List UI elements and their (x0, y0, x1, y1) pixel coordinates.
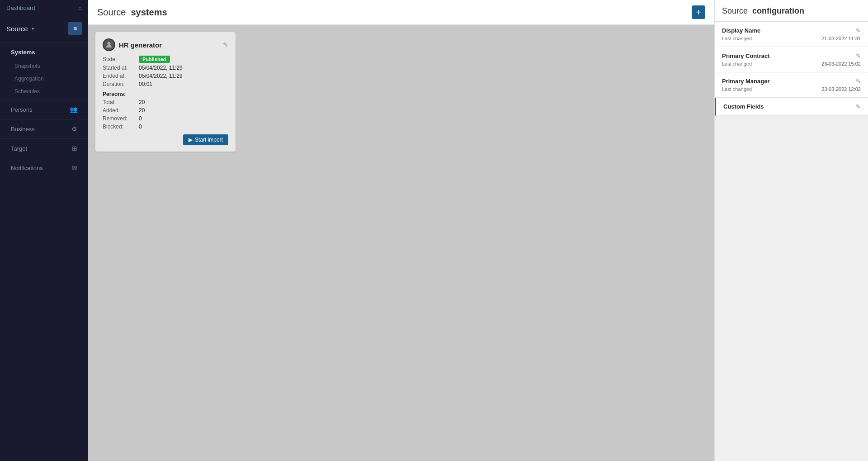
started-at-value: 05/04/2022, 11:29 (139, 65, 183, 71)
right-title-prefix: Source (722, 6, 748, 15)
primary-contract-last-changed: Last changed 23-03-2022 15:02 (722, 61, 861, 67)
primary-manager-title: Primary Manager (722, 78, 770, 85)
sidebar-divider (0, 43, 88, 43)
started-at-label: Started at: (103, 65, 139, 71)
sidebar-subitem-schedules[interactable]: Schedules (0, 85, 88, 98)
business-label: Business (11, 126, 35, 133)
card-added-row: Added: 20 (103, 107, 228, 114)
added-value: 20 (139, 107, 145, 114)
card-title: HR generator (119, 41, 162, 49)
snapshots-label: Snapshots (14, 63, 40, 69)
card-edit-icon[interactable]: ✎ (223, 41, 228, 48)
target-label: Target (11, 145, 27, 152)
sidebar-item-systems[interactable]: Systems (0, 45, 88, 60)
system-card: HR generator ✎ State: Published Started … (95, 32, 236, 152)
card-header: HR generator ✎ (103, 38, 228, 51)
business-icon: ⚙ (71, 125, 77, 133)
svg-point-0 (108, 42, 111, 45)
page-title: Source systems (97, 7, 167, 18)
sidebar-dashboard-item[interactable]: Dashboard ⌂ (0, 0, 88, 16)
ended-at-value: 05/04/2022, 11:29 (139, 73, 183, 79)
status-badge: Published (139, 56, 170, 63)
card-state-row: State: Published (103, 56, 228, 63)
main-content: Source systems + HR generator ✎ (88, 0, 714, 461)
card-ended-row: Ended at: 05/04/2022, 11:29 (103, 73, 228, 79)
config-section-primary-contract: Primary Contract ✎ Last changed 23-03-20… (715, 47, 868, 72)
duration-label: Duration: (103, 81, 139, 87)
display-name-title: Display Name (722, 27, 760, 34)
display-name-edit-icon[interactable]: ✎ (856, 27, 861, 34)
sidebar-divider-3 (0, 119, 88, 119)
custom-fields-edit-icon[interactable]: ✎ (856, 103, 861, 110)
card-duration-row: Duration: 00:01 (103, 81, 228, 87)
source-icon-button[interactable]: ≡ (68, 22, 82, 35)
schedules-label: Schedules (14, 88, 40, 95)
sidebar-item-business[interactable]: Business ⚙ (0, 121, 88, 137)
source-text: Source (6, 25, 28, 33)
display-name-last-changed-label: Last changed (722, 36, 752, 41)
config-section-custom-fields: Custom Fields ✎ (715, 98, 868, 116)
state-label: State: (103, 56, 139, 62)
right-panel: Source configuration Display Name ✎ Last… (714, 0, 868, 461)
config-section-display-name-header: Display Name ✎ (722, 27, 861, 34)
chevron-down-icon: ▾ (32, 26, 34, 32)
notifications-icon: ✉ (72, 164, 77, 171)
card-blocked-row: Blocked: 0 (103, 124, 228, 130)
dashboard-label: Dashboard (6, 5, 35, 11)
persons-header: Persons: (103, 91, 228, 97)
primary-contract-last-changed-value: 23-03-2022 15:02 (821, 61, 861, 67)
blocked-value: 0 (139, 124, 142, 130)
custom-fields-title: Custom Fields (723, 103, 764, 110)
display-name-last-changed: Last changed 21-03-2022 11:31 (722, 36, 861, 41)
primary-manager-edit-icon[interactable]: ✎ (856, 78, 861, 85)
sidebar-source-label[interactable]: Source ▾ (6, 25, 34, 33)
card-removed-row: Removed: 0 (103, 115, 228, 122)
avatar (103, 38, 115, 51)
sidebar: Dashboard ⌂ Source ▾ ≡ Systems Snapshots… (0, 0, 88, 461)
primary-manager-last-changed-label: Last changed (722, 86, 752, 92)
primary-contract-title: Primary Contract (722, 52, 769, 59)
right-panel-title: Source configuration (722, 6, 861, 16)
card-total-row: Total: 20 (103, 99, 228, 105)
right-panel-header: Source configuration (715, 0, 868, 22)
sidebar-subitem-aggregation[interactable]: Aggregation (0, 72, 88, 85)
config-section-primary-manager: Primary Manager ✎ Last changed 23-03-202… (715, 72, 868, 98)
card-started-row: Started at: 05/04/2022, 11:29 (103, 65, 228, 71)
sidebar-item-notifications[interactable]: Notifications ✉ (0, 160, 88, 176)
config-section-custom-fields-header: Custom Fields ✎ (723, 103, 861, 110)
config-section-primary-manager-header: Primary Manager ✎ (722, 78, 861, 85)
sidebar-subitem-snapshots[interactable]: Snapshots (0, 60, 88, 72)
aggregation-label: Aggregation (14, 76, 44, 82)
home-icon: ⌂ (78, 5, 82, 11)
right-title-bold: configuration (752, 6, 804, 15)
title-prefix: Source (97, 7, 126, 17)
blocked-label: Blocked: (103, 124, 139, 130)
list-icon: ≡ (73, 25, 77, 32)
sidebar-divider-2 (0, 100, 88, 100)
card-title-row: HR generator (103, 38, 162, 51)
duration-value: 00:01 (139, 81, 152, 87)
start-import-button[interactable]: ▶ Start import (183, 134, 228, 145)
total-value: 20 (139, 99, 145, 105)
primary-contract-edit-icon[interactable]: ✎ (856, 52, 861, 59)
systems-area: HR generator ✎ State: Published Started … (88, 25, 714, 461)
config-section-display-name: Display Name ✎ Last changed 21-03-2022 1… (715, 22, 868, 47)
systems-label: Systems (11, 49, 35, 56)
primary-manager-last-changed-value: 23-03-2022 12:02 (821, 86, 861, 92)
removed-label: Removed: (103, 115, 139, 122)
primary-contract-last-changed-label: Last changed (722, 61, 752, 67)
primary-manager-last-changed: Last changed 23-03-2022 12:02 (722, 86, 861, 92)
config-section-primary-contract-header: Primary Contract ✎ (722, 52, 861, 59)
added-label: Added: (103, 107, 139, 114)
main-header: Source systems + (88, 0, 714, 25)
add-system-button[interactable]: + (692, 5, 705, 19)
start-import-label: Start import (195, 137, 223, 143)
sidebar-item-persons[interactable]: Persons 👥 (0, 102, 88, 117)
play-icon: ▶ (189, 137, 193, 143)
sidebar-source-row: Source ▾ ≡ (0, 16, 88, 41)
persons-label: Persons (11, 106, 33, 113)
ended-at-label: Ended at: (103, 73, 139, 79)
title-bold: systems (131, 7, 167, 17)
sidebar-item-target[interactable]: Target ⊞ (0, 141, 88, 156)
sidebar-divider-5 (0, 158, 88, 158)
